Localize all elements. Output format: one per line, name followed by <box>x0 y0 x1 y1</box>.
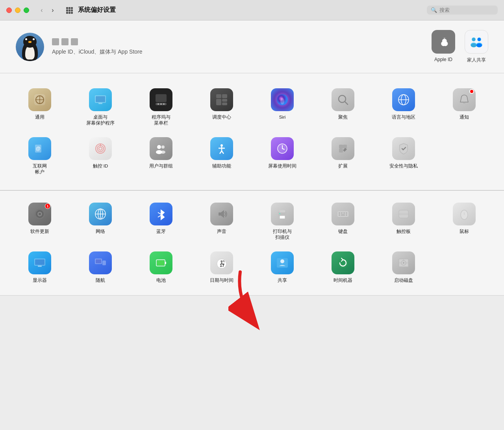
pref-bluetooth[interactable]: 蓝牙 <box>131 199 191 244</box>
timemachine-icon <box>332 251 354 274</box>
pref-printer[interactable]: 打印机与扫描仪 <box>252 199 313 244</box>
keyboard-label: 键盘 <box>338 229 348 235</box>
startup-icon <box>392 251 415 274</box>
svg-point-28 <box>163 103 165 105</box>
pref-notification[interactable]: 通知 <box>434 84 495 130</box>
svg-rect-5 <box>71 9 73 11</box>
pref-keyboard[interactable]: 键盘 <box>313 199 373 244</box>
pref-users[interactable]: 用户与群组 <box>131 133 191 179</box>
svg-rect-7 <box>69 12 70 14</box>
svg-rect-3 <box>66 9 68 11</box>
search-box[interactable]: 🔍 <box>427 6 498 15</box>
profile-subtitle: Apple ID、iCloud、媒体与 App Store <box>52 48 143 56</box>
pref-network[interactable]: 网络 <box>70 199 131 244</box>
mouse-label: 鼠标 <box>460 229 469 235</box>
pref-extensions[interactable]: 扩展 <box>313 133 373 179</box>
apple-id-button[interactable]: Apple ID <box>432 30 455 62</box>
internet-label: 互联网帐户 <box>33 163 47 175</box>
svg-rect-32 <box>222 99 227 102</box>
pref-accessibility[interactable]: 辅助功能 <box>191 133 252 179</box>
sharing-label: 共享 <box>278 277 287 283</box>
bluetooth-label: 蓝牙 <box>156 229 166 235</box>
network-label: 网络 <box>96 229 105 235</box>
avatar[interactable] <box>16 33 44 61</box>
sidecar-label: 随航 <box>96 277 105 283</box>
pref-internet[interactable]: @ 互联网帐户 <box>9 133 70 179</box>
svg-rect-83 <box>339 214 340 216</box>
sound-label: 声音 <box>217 229 226 235</box>
pref-sidecar[interactable]: 随航 <box>70 248 131 287</box>
svg-point-50 <box>161 145 165 149</box>
svg-rect-85 <box>341 214 345 216</box>
pref-security[interactable]: 安全性与隐私 <box>373 133 434 179</box>
internet-icon: @ <box>28 137 51 160</box>
family-label: 家人共享 <box>467 57 486 63</box>
software-label: 软件更新 <box>30 229 49 235</box>
apple-id-icon-box <box>432 30 455 54</box>
network-icon <box>89 203 112 225</box>
svg-point-35 <box>280 98 284 104</box>
pref-dock[interactable]: 程序坞与菜单栏 <box>131 84 191 130</box>
svg-point-16 <box>476 43 482 47</box>
name-dot-1 <box>52 38 59 45</box>
svg-rect-73 <box>219 212 221 216</box>
svg-point-66 <box>39 213 41 215</box>
pref-display[interactable]: 显示器 <box>9 248 70 287</box>
name-dot-2 <box>61 38 69 45</box>
language-label: 语言与地区 <box>392 114 415 120</box>
pref-startup[interactable]: 启动磁盘 <box>373 248 434 287</box>
maximize-button[interactable] <box>24 7 29 13</box>
extensions-icon <box>332 137 354 160</box>
pref-spotlight[interactable]: 聚焦 <box>313 84 373 130</box>
svg-rect-61 <box>339 149 343 153</box>
touchid-icon <box>89 137 112 160</box>
svg-rect-77 <box>279 213 280 214</box>
prefs-grid-1: 通用 桌面与屏幕保护程序 程序坞与菜单栏 调度中心 Siri <box>9 84 495 179</box>
svg-rect-6 <box>66 12 68 14</box>
grid-icon[interactable] <box>65 6 73 14</box>
close-button[interactable] <box>6 7 12 13</box>
security-label: 安全性与隐私 <box>389 163 418 169</box>
trackpad-label: 触控板 <box>397 229 411 235</box>
dock-label: 程序坞与菜单栏 <box>152 114 170 126</box>
security-icon <box>392 137 415 160</box>
pref-battery[interactable]: 电池 <box>131 248 191 287</box>
back-button[interactable]: ‹ <box>37 6 46 15</box>
pref-trackpad[interactable]: 触控板 <box>373 199 434 244</box>
siri-icon <box>271 88 294 111</box>
pref-general[interactable]: 通用 <box>9 84 70 130</box>
minimize-button[interactable] <box>15 7 20 13</box>
bluetooth-icon <box>150 203 172 225</box>
pref-sharing[interactable]: 共享 <box>252 248 313 287</box>
pref-timemachine[interactable]: 时间机器 <box>313 248 373 287</box>
svg-point-45 <box>97 145 104 152</box>
pref-sound[interactable]: 声音 <box>191 199 252 244</box>
forward-button[interactable]: › <box>48 6 57 15</box>
pref-datetime[interactable]: JUL17 日期与时间 <box>191 248 252 287</box>
search-input[interactable] <box>439 7 495 13</box>
svg-rect-78 <box>337 211 348 217</box>
pref-mouse[interactable]: 鼠标 <box>434 199 495 244</box>
profile-name-dots <box>52 38 143 45</box>
pref-mission[interactable]: 调度中心 <box>191 84 252 130</box>
svg-rect-22 <box>96 96 105 102</box>
keyboard-icon <box>332 203 354 225</box>
pref-siri[interactable]: Siri <box>252 84 313 130</box>
users-icon <box>150 137 172 160</box>
software-icon: 1 <box>28 203 51 225</box>
nav-arrows: ‹ › <box>37 6 57 15</box>
pref-software[interactable]: 1 软件更新 <box>9 199 70 244</box>
pref-language[interactable]: 语言与地区 <box>373 84 434 130</box>
svg-point-13 <box>472 38 475 41</box>
family-sharing-button[interactable]: 家人共享 <box>465 30 488 63</box>
svg-rect-60 <box>339 145 343 149</box>
siri-label: Siri <box>279 114 286 120</box>
pref-screentime[interactable]: 屏幕使用时间 <box>252 133 313 179</box>
screentime-icon <box>271 137 294 160</box>
timemachine-label: 时间机器 <box>334 277 352 283</box>
pref-touchid[interactable]: 触控 ID <box>70 133 131 179</box>
svg-rect-94 <box>96 259 101 263</box>
extensions-label: 扩展 <box>338 163 348 169</box>
pref-desktop[interactable]: 桌面与屏幕保护程序 <box>70 84 131 130</box>
sound-icon <box>210 203 233 225</box>
